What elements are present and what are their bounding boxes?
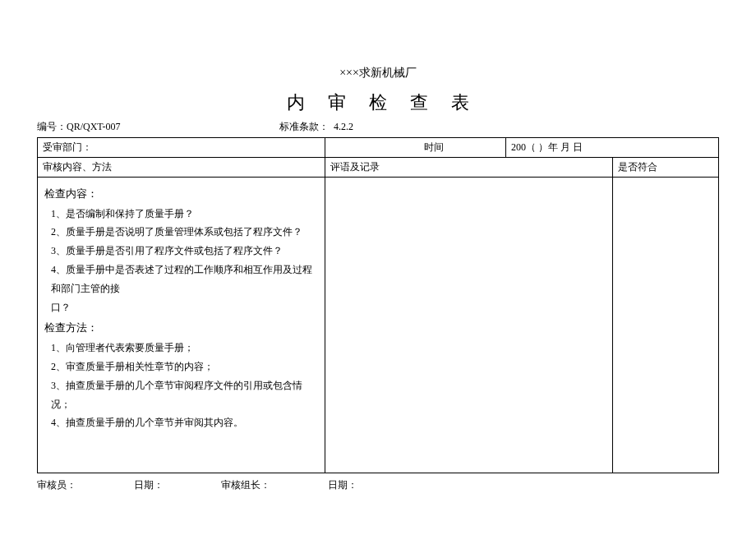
footer-row: 审核员： 日期： 审核组长： 日期：: [37, 478, 719, 492]
check-method-head: 检查方法：: [44, 318, 318, 339]
content-mid-cell: [325, 178, 613, 473]
time-label-cell: 时间: [325, 138, 506, 158]
content-left-cell: 检查内容： 1、是否编制和保持了质量手册？ 2、质量手册是否说明了质量管理体系或…: [38, 178, 325, 473]
list-item: 3、质量手册是否引用了程序文件或包括了程序文件？: [44, 242, 318, 261]
table-row: 审核内容、方法 评语及记录 是否符合: [38, 158, 719, 178]
audit-table: 受审部门： 时间 200（ ）年 月 日 审核内容、方法 评语及记录 是否符合 …: [37, 137, 719, 473]
leader-label: 审核组长：: [221, 478, 270, 492]
list-item: 3、抽查质量手册的几个章节审阅程序文件的引用或包含情况；: [44, 376, 318, 414]
company-name: ×××求新机械厂: [37, 66, 719, 81]
time-value-cell: 200（ ）年 月 日: [506, 138, 719, 158]
list-item: 口？: [44, 298, 318, 317]
list-item: 4、质量手册中是否表述了过程的工作顺序和相互作用及过程和部门主管的接: [44, 261, 318, 298]
code-label: 编号：: [37, 121, 67, 132]
auditor-label: 审核员：: [37, 478, 76, 492]
col-left-header: 审核内容、方法: [38, 158, 325, 178]
meta-row: 编号：QR/QXT-007 标准条款： 4.2.2: [37, 120, 719, 134]
table-row: 受审部门： 时间 200（ ）年 月 日: [38, 138, 719, 158]
date2-label: 日期：: [328, 478, 357, 492]
list-item: 1、是否编制和保持了质量手册？: [44, 205, 318, 224]
list-item: 1、向管理者代表索要质量手册；: [44, 339, 318, 357]
dept-cell: 受审部门：: [38, 138, 325, 158]
page-title: 内审检查表: [37, 90, 719, 115]
std-value: 4.2.2: [334, 121, 353, 132]
col-mid-header: 评语及记录: [325, 158, 613, 178]
list-item: 2、审查质量手册相关性章节的内容；: [44, 357, 318, 376]
content-right-cell: [612, 178, 719, 473]
list-item: 2、质量手册是否说明了质量管理体系或包括了程序文件？: [44, 223, 318, 242]
col-right-header: 是否符合: [612, 158, 719, 178]
check-content-head: 检查内容：: [44, 184, 318, 205]
list-item: 4、抽查质量手册的几个章节并审阅其内容。: [44, 413, 318, 432]
std-label: 标准条款：: [279, 121, 329, 132]
table-row: 检查内容： 1、是否编制和保持了质量手册？ 2、质量手册是否说明了质量管理体系或…: [38, 178, 719, 473]
date1-label: 日期：: [134, 478, 164, 492]
code-value: QR/QXT-007: [67, 121, 121, 132]
